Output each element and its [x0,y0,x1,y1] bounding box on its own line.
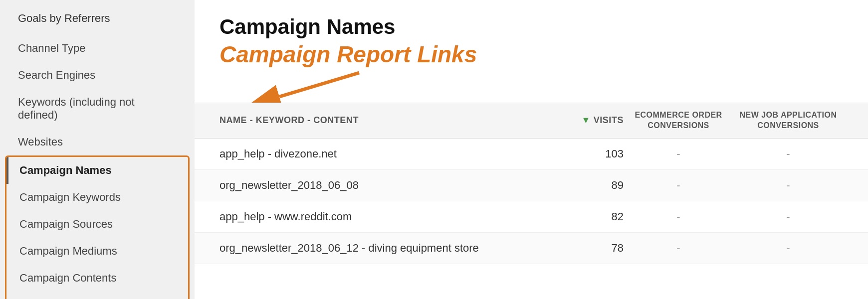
sidebar: Goals by Referrers Channel Type Search E… [0,0,195,299]
sidebar-item-campaign-names[interactable]: Campaign Names [6,157,188,184]
arrow-annotation [219,68,868,98]
svg-line-1 [279,73,359,97]
row-visits: 103 [544,148,624,160]
row-name: org_newsletter_2018_06_08 [219,179,544,192]
sidebar-item-campaign-keywords[interactable]: Campaign Keywords [6,184,188,211]
col-header-newjob: NEW JOB APPLICATION CONVERSIONS [733,110,843,131]
page-title: Campaign Names [195,0,868,39]
funnel-icon: ▼ [581,115,590,126]
sidebar-item-websites[interactable]: Websites [0,129,195,155]
row-name: org_newsletter_2018_06_12 - diving equip… [219,242,544,255]
row-ecommerce: - [624,179,733,192]
row-ecommerce: - [624,210,733,223]
table-row[interactable]: app_help - www.reddit.com 82 - - [195,201,868,233]
sidebar-item-search-engines[interactable]: Search Engines [0,62,195,89]
row-newjob: - [733,148,843,160]
table-body: app_help - divezone.net 103 - - org_news… [195,139,868,264]
row-name: app_help - divezone.net [219,148,544,160]
row-ecommerce: - [624,148,733,160]
row-visits: 82 [544,210,624,223]
annotation-label: Campaign Report Links [195,39,868,68]
row-newjob: - [733,179,843,192]
sidebar-item-channel-type[interactable]: Channel Type [0,35,195,62]
row-visits: 78 [544,242,624,255]
sidebar-item-keywords[interactable]: Keywords (including not defined) [0,89,195,129]
row-newjob: - [733,210,843,223]
col-header-name: NAME - KEYWORD - CONTENT [219,115,544,126]
table-row[interactable]: org_newsletter_2018_06_08 89 - - [195,170,868,201]
sidebar-item-campaign-mediums[interactable]: Campaign Mediums [6,238,188,265]
col-header-ecommerce: ECOMMERCE ORDER CONVERSIONS [624,110,733,131]
arrow-icon [219,68,379,103]
sidebar-item-campaign-contents[interactable]: Campaign Contents [6,265,188,292]
campaign-highlight-group: Campaign Names Campaign Keywords Campaig… [5,155,190,299]
row-name: app_help - www.reddit.com [219,210,544,223]
sidebar-title: Goals by Referrers [0,12,195,35]
sidebar-item-campaign-sources[interactable]: Campaign Sources [6,211,188,238]
table-row[interactable]: org_newsletter_2018_06_12 - diving equip… [195,233,868,264]
table-header: NAME - KEYWORD - CONTENT ▼ VISITS ECOMME… [195,103,868,139]
row-visits: 89 [544,179,624,192]
main-content: Campaign Names Campaign Report Links NAM… [195,0,868,299]
table-row[interactable]: app_help - divezone.net 103 - - [195,139,868,170]
sidebar-item-campaign-source-medium[interactable]: Campaign Source - Medium [6,292,188,299]
row-newjob: - [733,242,843,255]
col-header-visits: ▼ VISITS [544,115,624,126]
row-ecommerce: - [624,242,733,255]
